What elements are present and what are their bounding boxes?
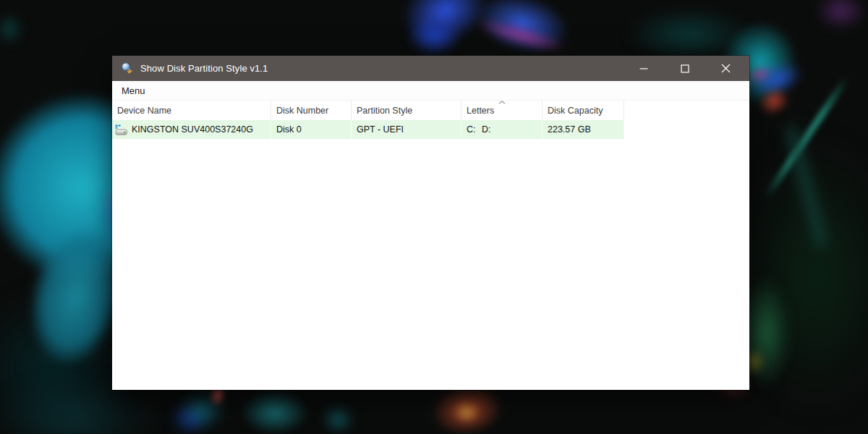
- hard-drive-icon: [115, 124, 127, 135]
- close-icon: [721, 64, 731, 73]
- window-controls: [623, 56, 746, 81]
- wallpaper-leaf-blob: [448, 398, 485, 427]
- column-header-device-name[interactable]: Device Name: [112, 101, 271, 120]
- menu-bar: Menu: [112, 81, 749, 101]
- cell-disk-capacity: 223.57 GB: [542, 120, 624, 139]
- sort-ascending-icon: [498, 101, 506, 104]
- table-row[interactable]: KINGSTON SUV400S37240G Disk 0 GPT - UEFI…: [112, 120, 749, 139]
- maximize-icon: [681, 64, 689, 73]
- wallpaper-leaf-blob: [318, 401, 358, 434]
- column-header-partition-style[interactable]: Partition Style: [352, 101, 461, 120]
- close-button[interactable]: [705, 56, 746, 81]
- cell-device-name: KINGSTON SUV400S37240G: [112, 120, 271, 139]
- minimize-icon: [639, 64, 648, 73]
- cell-partition-style: GPT - UEFI: [352, 120, 461, 139]
- minimize-button[interactable]: [623, 56, 664, 81]
- magnifier-app-icon: [121, 62, 134, 75]
- column-header-disk-capacity[interactable]: Disk Capacity: [542, 101, 624, 120]
- column-header-disk-number[interactable]: Disk Number: [271, 101, 352, 120]
- window-title: Show Disk Partition Style v1.1: [140, 63, 623, 74]
- client-area: Device Name Disk Number Partition Style …: [112, 101, 749, 390]
- cell-disk-number: Disk 0: [271, 120, 352, 139]
- wallpaper-leaf-blob: [0, 7, 27, 51]
- menu-item-menu[interactable]: Menu: [116, 82, 151, 98]
- table-header-row: Device Name Disk Number Partition Style …: [112, 101, 749, 120]
- wallpaper-leaf-blob: [231, 383, 318, 434]
- column-header-letters[interactable]: Letters: [461, 101, 542, 120]
- app-window: Show Disk Partition Style v1.1 Menu Devi…: [112, 56, 749, 390]
- titlebar[interactable]: Show Disk Partition Style v1.1: [112, 56, 749, 81]
- cell-letters: C: D:: [461, 120, 542, 139]
- wallpaper-leaf-blob: [398, 9, 470, 63]
- maximize-button[interactable]: [664, 56, 705, 81]
